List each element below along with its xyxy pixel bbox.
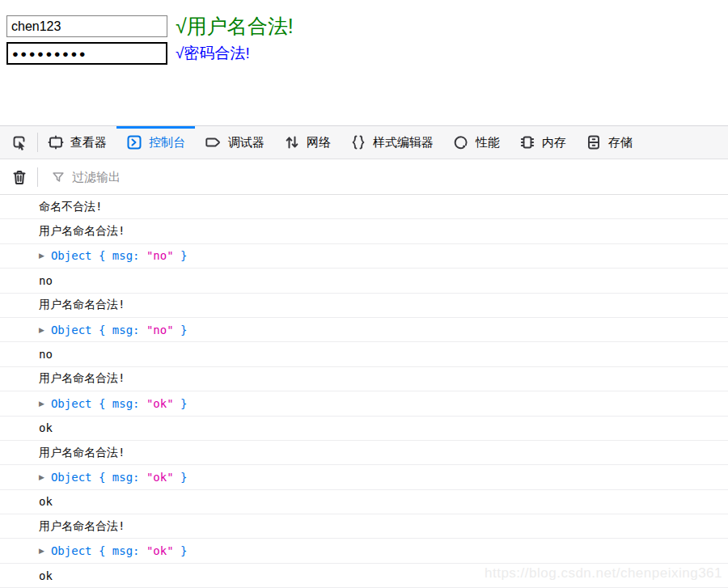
tab-memory[interactable]: 内存 <box>510 126 576 159</box>
tab-label: 查看器 <box>70 135 107 150</box>
pick-element-button[interactable] <box>6 126 32 159</box>
tab-label: 内存 <box>542 135 566 150</box>
log-message: 用户名命名合法! <box>39 298 125 312</box>
object-preview-string[interactable]: "no" <box>146 249 174 262</box>
object-preview-pre[interactable]: Object { msg: <box>51 324 146 336</box>
style-editor-icon <box>350 134 366 150</box>
object-preview-post[interactable]: } <box>174 324 188 336</box>
log-message: ok <box>39 495 53 508</box>
console-log-row: 用户名命名合法! <box>0 294 728 318</box>
console-icon <box>126 134 142 150</box>
console-log-row: 用户名命名合法! <box>0 367 728 391</box>
password-input[interactable] <box>6 42 167 65</box>
tab-console[interactable]: 控制台 <box>116 126 195 159</box>
object-preview-string[interactable]: "no" <box>146 324 174 336</box>
username-row: √用户名合法! <box>6 13 294 40</box>
tab-label: 控制台 <box>149 135 185 150</box>
console-object-row: ▶ Object { msg: "ok" } <box>0 465 728 489</box>
username-input[interactable] <box>6 15 167 37</box>
log-message: 用户名命名合法! <box>39 519 125 534</box>
object-preview-pre[interactable]: Object { msg: <box>51 249 146 262</box>
log-message: ok <box>39 569 53 582</box>
expand-triangle-icon[interactable]: ▶ <box>39 326 44 334</box>
object-preview-post[interactable]: } <box>174 471 188 484</box>
object-preview-pre[interactable]: Object { msg: <box>51 471 146 484</box>
object-preview-string[interactable]: "ok" <box>146 471 174 484</box>
performance-icon <box>453 134 469 150</box>
expand-triangle-icon[interactable]: ▶ <box>39 547 44 555</box>
tab-label: 性能 <box>476 135 500 150</box>
login-form: √用户名合法! √密码合法! <box>6 13 294 67</box>
username-valid-message: √用户名合法! <box>176 13 294 40</box>
trash-icon <box>11 169 28 185</box>
log-message: ok <box>39 421 53 434</box>
log-message: 用户名命名合法! <box>39 371 125 386</box>
pick-element-icon <box>11 134 28 150</box>
console-log-row: 用户名命名合法! <box>0 441 728 465</box>
console-log-row: ok <box>0 490 728 514</box>
filter-output-input[interactable] <box>72 170 728 184</box>
console-output: 命名不合法! 用户名命名合法! ▶ Object { msg: "no" } n… <box>0 195 728 588</box>
object-preview-string[interactable]: "ok" <box>146 544 174 557</box>
console-log-row: 用户名命名合法! <box>0 219 728 243</box>
toolbar-divider <box>37 167 38 187</box>
console-object-row: ▶ Object { msg: "no" } <box>0 244 728 269</box>
console-filterbar <box>0 159 728 195</box>
tab-label: 存储 <box>608 135 633 150</box>
tab-network[interactable]: 网络 <box>274 126 341 159</box>
console-log-row: ok <box>0 564 728 588</box>
password-valid-message: √密码合法! <box>176 43 250 64</box>
object-preview-pre[interactable]: Object { msg: <box>51 397 146 410</box>
storage-icon <box>586 134 602 150</box>
tab-label: 网络 <box>307 135 331 150</box>
console-log-row: 用户名命名合法! <box>0 514 728 539</box>
clear-console-button[interactable] <box>6 159 32 194</box>
log-message: no <box>39 348 53 361</box>
object-preview-post[interactable]: } <box>174 249 188 262</box>
object-preview-post[interactable]: } <box>174 544 188 557</box>
object-preview-pre[interactable]: Object { msg: <box>51 544 146 557</box>
tab-debugger[interactable]: 调试器 <box>195 126 274 159</box>
log-message: 用户名命名合法! <box>39 224 125 239</box>
tab-label: 样式编辑器 <box>373 135 434 150</box>
console-log-row: ok <box>0 417 728 441</box>
tab-label: 调试器 <box>228 135 265 150</box>
inspector-icon <box>48 134 64 150</box>
tab-storage[interactable]: 存储 <box>576 126 642 159</box>
filter-funnel-icon <box>51 170 66 184</box>
debugger-icon <box>205 134 222 150</box>
memory-icon <box>519 134 535 150</box>
devtools-panel: 查看器 控制台 调试器 <box>0 125 728 588</box>
console-object-row: ▶ Object { msg: "ok" } <box>0 391 728 416</box>
expand-triangle-icon[interactable]: ▶ <box>39 252 44 260</box>
tab-performance[interactable]: 性能 <box>443 126 510 159</box>
devtools-tabbar: 查看器 控制台 调试器 <box>0 125 728 159</box>
console-log-row: no <box>0 269 728 293</box>
object-preview-string[interactable]: "ok" <box>146 397 174 410</box>
console-log-row: 命名不合法! <box>0 195 728 219</box>
network-icon <box>284 134 300 150</box>
tab-style-editor[interactable]: 样式编辑器 <box>341 126 443 159</box>
password-row: √密码合法! <box>6 42 294 65</box>
object-preview-post[interactable]: } <box>174 397 188 410</box>
log-message: 命名不合法! <box>39 200 102 214</box>
console-object-row: ▶ Object { msg: "no" } <box>0 318 728 342</box>
console-object-row: ▶ Object { msg: "ok" } <box>0 539 728 563</box>
expand-triangle-icon[interactable]: ▶ <box>39 473 44 481</box>
console-log-row: no <box>0 342 728 366</box>
log-message: no <box>39 274 53 287</box>
log-message: 用户名命名合法! <box>39 446 125 460</box>
expand-triangle-icon[interactable]: ▶ <box>39 400 44 408</box>
tab-inspector[interactable]: 查看器 <box>38 126 116 159</box>
